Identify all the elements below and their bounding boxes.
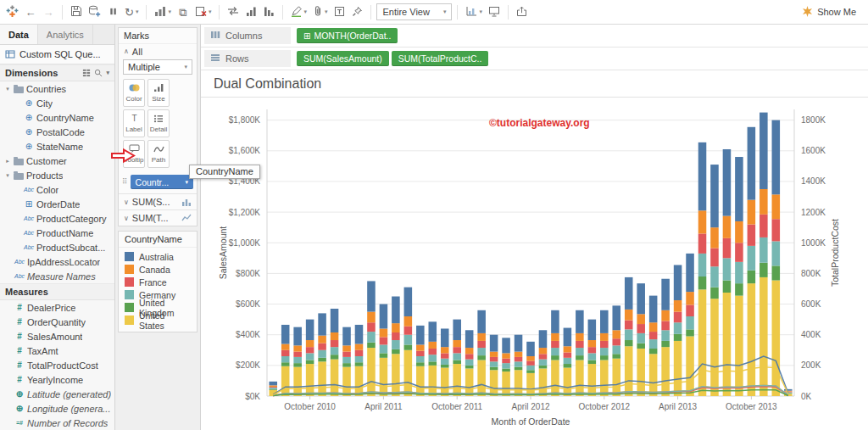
bar-segment[interactable] <box>392 349 400 354</box>
bar-segment[interactable] <box>306 353 314 360</box>
bar-segment[interactable] <box>600 355 609 360</box>
bar-segment[interactable] <box>539 354 548 359</box>
field-item-totalproductcost[interactable]: #TotalProductCost <box>0 358 114 372</box>
bar-segment[interactable] <box>539 360 548 366</box>
bar-segment[interactable] <box>748 283 756 396</box>
bar-segment[interactable] <box>576 355 584 360</box>
bar-segment[interactable] <box>612 305 620 330</box>
bar-segment[interactable] <box>331 309 339 332</box>
bar-segment[interactable] <box>477 355 486 360</box>
bar-segment[interactable] <box>674 300 682 312</box>
bar-segment[interactable] <box>760 215 768 237</box>
bar-segment[interactable] <box>380 353 388 357</box>
bar-segment[interactable] <box>367 281 376 311</box>
bar-segment[interactable] <box>698 233 707 253</box>
field-item-productcategory[interactable]: AbcProductCategory <box>0 211 114 226</box>
bar-segment[interactable] <box>526 356 535 360</box>
bar-segment[interactable] <box>686 292 694 304</box>
presentation-mode-icon[interactable] <box>486 3 503 21</box>
bar-segment[interactable] <box>477 310 486 333</box>
bar-segment[interactable] <box>600 360 609 396</box>
bar-segment[interactable] <box>625 321 633 330</box>
bar-segment[interactable] <box>465 354 474 359</box>
bar-segment[interactable] <box>416 351 425 356</box>
bar-segment[interactable] <box>698 142 707 210</box>
bar-segment[interactable] <box>453 364 461 396</box>
bar-segment[interactable] <box>429 342 437 349</box>
bar-segment[interactable] <box>674 334 682 341</box>
bar-segment[interactable] <box>318 343 326 350</box>
bar-segment[interactable] <box>331 332 339 340</box>
bar-segment[interactable] <box>710 249 719 267</box>
bar-segment[interactable] <box>404 316 413 327</box>
bar-segment[interactable] <box>429 355 437 361</box>
bar-segment[interactable] <box>515 335 523 352</box>
bar-segment[interactable] <box>748 271 756 283</box>
bar-segment[interactable] <box>551 348 559 355</box>
bar-segment[interactable] <box>453 340 461 347</box>
bar-segment[interactable] <box>748 225 756 246</box>
bar-segment[interactable] <box>735 243 743 262</box>
field-item-postalcode[interactable]: ⊕PostalCode <box>0 125 114 139</box>
bar-segment[interactable] <box>637 333 645 343</box>
bar-segment[interactable] <box>441 347 449 353</box>
bar-segment[interactable] <box>551 341 559 348</box>
bar-segment[interactable] <box>760 237 768 263</box>
bar-segment[interactable] <box>441 353 449 358</box>
bar-segment[interactable] <box>453 347 461 353</box>
bar-segment[interactable] <box>637 343 645 349</box>
bar-segment[interactable] <box>293 367 302 396</box>
bar-segment[interactable] <box>772 265 781 280</box>
bar-segment[interactable] <box>661 279 670 310</box>
share-icon[interactable] <box>514 3 531 21</box>
bar-segment[interactable] <box>502 359 510 363</box>
bar-segment[interactable] <box>698 276 707 289</box>
bar-segment[interactable] <box>441 365 449 368</box>
bar-segment[interactable] <box>539 348 548 354</box>
bar-segment[interactable] <box>306 340 314 347</box>
show-me-button[interactable]: Show Me <box>797 4 861 20</box>
bar-segment[interactable] <box>539 366 548 369</box>
bar-segment[interactable] <box>416 326 425 345</box>
bar-segment[interactable] <box>477 333 486 341</box>
field-item-orderdate[interactable]: ⊞OrderDate <box>0 197 114 211</box>
bar-segment[interactable] <box>367 312 376 323</box>
bar-segment[interactable] <box>404 327 413 335</box>
bar-segment[interactable] <box>465 360 474 366</box>
bar-segment[interactable] <box>686 254 694 292</box>
bar-segment[interactable] <box>674 341 682 396</box>
bar-segment[interactable] <box>281 350 290 356</box>
bar-segment[interactable] <box>526 342 535 356</box>
bar-segment[interactable] <box>293 352 302 357</box>
group-members-icon[interactable]: ▾ <box>310 3 331 21</box>
bar-segment[interactable] <box>723 216 732 238</box>
bar-segment[interactable] <box>281 344 290 350</box>
bar-segment[interactable] <box>551 355 559 360</box>
bar-segment[interactable] <box>723 258 732 280</box>
bar-segment[interactable] <box>465 330 474 348</box>
bar-segment[interactable] <box>490 357 498 361</box>
marks-card-sum-sales[interactable]: ∨ SUM(S... <box>119 193 197 209</box>
bar-segment[interactable] <box>490 361 498 366</box>
bar-segment[interactable] <box>661 330 670 341</box>
duplicate-sheet-icon[interactable]: ⧉ <box>175 3 192 21</box>
field-item-color[interactable]: AbcColor <box>0 182 114 197</box>
bar-segment[interactable] <box>600 310 609 333</box>
columns-shelf[interactable]: Columns ⊞MONTH(OrderDat.. <box>201 25 868 47</box>
bar-segment[interactable] <box>269 389 277 390</box>
field-item-countryname[interactable]: ⊕CountryName <box>0 110 114 125</box>
bar-segment[interactable] <box>735 283 743 295</box>
tab-data[interactable]: Data <box>0 25 38 44</box>
bar-segment[interactable] <box>661 321 670 330</box>
bar-segment[interactable] <box>649 339 658 349</box>
bar-segment[interactable] <box>564 346 572 352</box>
legend-item-united-states[interactable]: United States <box>119 314 197 327</box>
bar-segment[interactable] <box>465 348 474 354</box>
bar-segment[interactable] <box>698 254 707 276</box>
bar-segment[interactable] <box>576 333 584 341</box>
bar-segment[interactable] <box>441 359 449 365</box>
bar-segment[interactable] <box>698 289 707 396</box>
color-button[interactable]: Color <box>123 79 145 107</box>
bar-segment[interactable] <box>674 322 682 334</box>
bar-segment[interactable] <box>564 358 572 364</box>
